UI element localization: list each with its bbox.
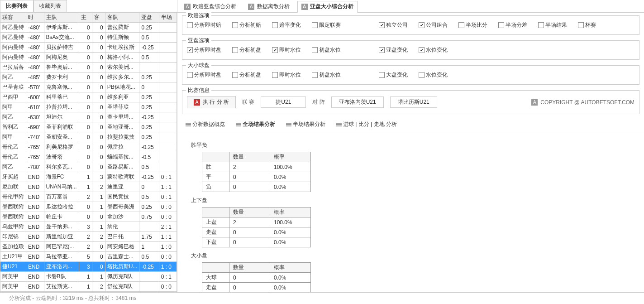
- match-col-6[interactable]: 亚盘: [139, 13, 159, 23]
- checkbox-即时水位[interactable]: 即时水位: [272, 46, 301, 54]
- match-cell: 0: [79, 122, 92, 132]
- match-row[interactable]: 土U21甲END马拉蒂亚...50吉里森士...0.50 : 0: [0, 252, 177, 262]
- match-row[interactable]: 阿丙曼特-480'阿梅尼奥00梅洛小阿...0.5: [0, 53, 177, 63]
- match-cell: 0: [92, 92, 105, 102]
- match-cell: 1 : 1: [159, 182, 177, 192]
- match-row[interactable]: 阿乙-780'科尔多瓦...00圣路易斯...0.5: [0, 162, 177, 172]
- checkbox-初盘水位[interactable]: 初盘水位: [312, 46, 341, 54]
- checkbox-分析即时赔[interactable]: 分析即时赔: [187, 21, 221, 29]
- match-cell: 0: [79, 53, 92, 63]
- right-tab-1[interactable]: A 数据离散分析: [244, 1, 293, 12]
- analyze-button[interactable]: A 执 行 分 析: [187, 96, 236, 108]
- checkbox-分析初盘[interactable]: 分析初盘: [232, 71, 261, 79]
- match-row[interactable]: 巴拉后备-480'鲁毕奥后...00索尔美洲...: [0, 63, 177, 72]
- match-row[interactable]: 阿美甲END艾拉斯克...12舒拉克B队0 : 0: [0, 282, 177, 292]
- checkbox-label: 水位变化: [426, 46, 448, 54]
- tab-icon: A: [301, 4, 308, 10]
- result-cell: 0: [229, 237, 270, 247]
- result-header: [202, 152, 229, 162]
- match-cell: [159, 132, 177, 142]
- match-row[interactable]: 哥伦甲附END百万富翁21国民竞技0.50 : 1: [0, 192, 177, 202]
- sub-tab-2[interactable]: 半场结果分析: [282, 119, 329, 130]
- match-row[interactable]: 阿丙曼特-480'贝拉萨特吉00卡纽埃拉斯-0.25: [0, 43, 177, 53]
- match-col-4[interactable]: 客: [92, 13, 105, 23]
- right-tab-0[interactable]: A 欧赔亚盘综合分析: [180, 1, 240, 12]
- match-col-3[interactable]: 主: [79, 13, 92, 23]
- match-cell: 墨西联附: [0, 202, 26, 212]
- match-cell: [139, 272, 159, 282]
- match-row[interactable]: 阿美甲END卡磐B队11佩历克B队0 : 1: [0, 272, 177, 282]
- checkbox-半场比分[interactable]: 半场比分: [458, 21, 487, 29]
- match-col-2[interactable]: 主队: [44, 13, 79, 23]
- match-row[interactable]: 阿乙-630'坦迪尔00查卡里塔...-0.25: [0, 112, 177, 122]
- match-row[interactable]: 阿乙曼特-480'伊希库斯...00普拉腾斯0.25: [0, 23, 177, 33]
- match-row[interactable]: 巴西甲-600'科里蒂巴00维多利亚0.25: [0, 92, 177, 102]
- left-tab-0[interactable]: 比赛列表: [0, 0, 33, 12]
- match-cell: 牙买超: [0, 172, 26, 182]
- match-row[interactable]: 墨西联附END瓜达拉哈拉01墨西哥美洲0.250 : 0: [0, 202, 177, 212]
- match-col-0[interactable]: 联赛: [0, 13, 26, 23]
- checkbox-半场结果[interactable]: 半场结果: [538, 21, 567, 29]
- checkbox-独立公司[interactable]: 独立公司: [379, 21, 408, 29]
- match-row[interactable]: 哥伦乙-765'利美尼格罗00佩雷拉-0.25: [0, 142, 177, 152]
- checkbox-分析初赔[interactable]: 分析初赔: [232, 21, 261, 29]
- match-row[interactable]: 巴圣青联-570'克鲁塞佩...00PB保地花...0: [0, 82, 177, 92]
- match-cell: 阿梅尼奥: [44, 53, 79, 63]
- match-row[interactable]: 圣加拉联END阿巴罕尼(...20阿安姆巴格11 : 0: [0, 242, 177, 252]
- checkbox-分析即时盘[interactable]: 分析即时盘: [187, 71, 221, 79]
- match-cell: END: [26, 262, 44, 272]
- match-row[interactable]: 哥伦乙-765'波哥塔00蝙蝠基拉...-0.5: [0, 152, 177, 162]
- left-tab-1[interactable]: 收藏列表: [33, 0, 67, 12]
- match-cell: [159, 152, 177, 162]
- match-row[interactable]: 印尼锦END斯里维加亚22巴日托1.751 : 1: [0, 232, 177, 242]
- match-col-7[interactable]: 半场: [159, 13, 177, 23]
- match-col-5[interactable]: 客队: [105, 13, 139, 23]
- checkbox-大盘变化[interactable]: 大盘变化: [379, 71, 408, 79]
- checkbox-初盘水位[interactable]: 初盘水位: [312, 71, 341, 79]
- match-row[interactable]: 阿乙-485'费罗卡利00维拉多尔...0.25: [0, 72, 177, 82]
- ou-options: 大小球盘 分析即时盘分析初盘即时水位初盘水位大盘变化水位变化: [182, 65, 639, 85]
- match-cell: 0 : 1: [159, 192, 177, 202]
- match-row[interactable]: 阿乙曼特-480'BsAs交流...00特里斯顿0.5: [0, 33, 177, 43]
- home-value: 亚布洛内茨U21: [331, 97, 384, 108]
- match-cell: 0: [79, 82, 92, 92]
- match-cell: 亚布洛内...: [44, 262, 79, 272]
- checkbox-即时水位[interactable]: 即时水位: [272, 71, 301, 79]
- checkbox-分析初盘[interactable]: 分析初盘: [232, 46, 261, 54]
- sub-tab-3[interactable]: 进球 | 比分 | 走地 分析: [333, 119, 401, 130]
- copyright-icon: A: [531, 99, 538, 106]
- checkbox-分析即时盘[interactable]: 分析即时盘: [187, 46, 221, 54]
- match-row[interactable]: 尼加联ENDUNAN马纳...12迪里亚01 : 1: [0, 182, 177, 192]
- match-cell: 0: [92, 122, 105, 132]
- match-row[interactable]: 阿甲-740'圣胡安圣...00拉斐拉竞技0.25: [0, 132, 177, 142]
- match-cell: 圣胡安圣...: [44, 132, 79, 142]
- match-cell: 国民竞技: [105, 192, 139, 202]
- match-cell: 阿甲: [0, 132, 26, 142]
- checkbox-label: 亚盘变化: [386, 46, 408, 54]
- match-row[interactable]: 捷U21END亚布洛内...30塔比历斯U...-0.251 : 0: [0, 262, 177, 272]
- match-row[interactable]: 智利乙-690'圣菲利浦联00圣地亚哥...0.25: [0, 122, 177, 132]
- checkbox-赔率变化[interactable]: 赔率变化: [272, 21, 301, 29]
- checkbox-公司组合[interactable]: 公司组合: [419, 21, 448, 29]
- match-row[interactable]: 乌兹甲附END曼干纳弗...31纳伦2 : 1: [0, 222, 177, 232]
- match-cell: [159, 92, 177, 102]
- checkbox-半场分差[interactable]: 半场分差: [498, 21, 527, 29]
- match-cell: 拉斐拉竞技: [105, 132, 139, 142]
- match-cell: 阿乙曼特: [0, 33, 26, 43]
- match-cell: 1: [79, 272, 92, 282]
- match-row[interactable]: 牙买超END海景FC13蒙特歌湾联-0.250 : 1: [0, 172, 177, 182]
- match-col-1[interactable]: 时: [26, 13, 44, 23]
- match-row[interactable]: 阿甲-610'拉普拉塔...00圣塔菲联0.25: [0, 102, 177, 112]
- checkbox-水位变化[interactable]: 水位变化: [419, 46, 448, 54]
- match-cell: [159, 102, 177, 112]
- checkbox-亚盘变化[interactable]: 亚盘变化: [379, 46, 408, 54]
- checkbox-水位变化[interactable]: 水位变化: [419, 71, 448, 79]
- match-cell: 0: [92, 23, 105, 33]
- checkbox-限定联赛[interactable]: 限定联赛: [312, 21, 341, 29]
- right-tab-2[interactable]: A 亚盘大小综合分析: [297, 1, 358, 13]
- sub-tab-0[interactable]: 分析数据概览: [182, 119, 229, 130]
- match-cell: 乌兹甲附: [0, 222, 26, 232]
- sub-tab-1[interactable]: 全场结果分析: [232, 119, 279, 130]
- checkbox-杯赛[interactable]: 杯赛: [578, 21, 596, 29]
- match-row[interactable]: 墨西联附END帕丘卡00拿加沙0.750 : 0: [0, 212, 177, 222]
